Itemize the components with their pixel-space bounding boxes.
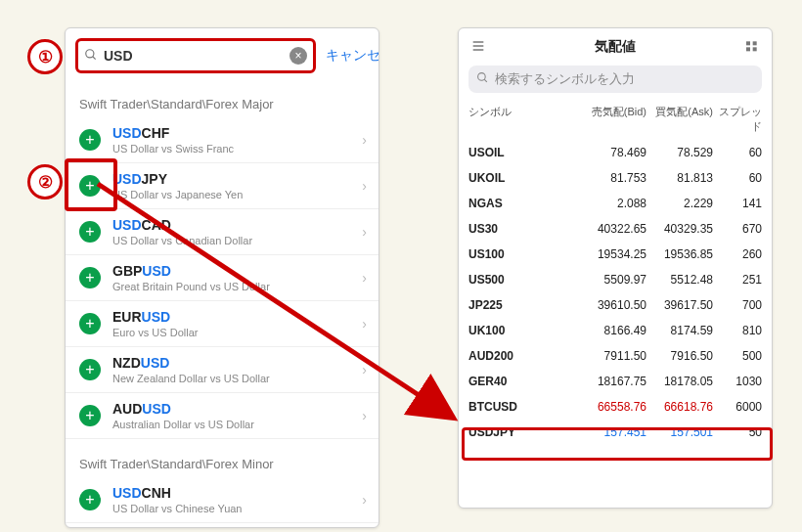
quote-symbol: JP225 (468, 298, 580, 312)
quote-row[interactable]: US5005509.975512.48251 (459, 267, 772, 292)
symbol-row[interactable]: +NZDUSDNew Zealand Dollar vs US Dollar› (66, 347, 379, 393)
symbol-search-panel: × キャンセル Swift Trader\Standard\Forex Majo… (65, 27, 379, 528)
quote-symbol: NGAS (468, 197, 580, 210)
add-symbol-icon[interactable]: + (79, 175, 101, 197)
symbol-text: AUDUSDAustralian Dollar vs US Dollar (112, 401, 254, 430)
add-symbol-icon[interactable]: + (79, 129, 101, 151)
quote-bid: 40322.65 (580, 222, 646, 236)
search-icon (84, 48, 98, 65)
chevron-right-icon: › (362, 408, 367, 423)
add-symbol-icon[interactable]: + (79, 405, 101, 426)
symbol-description: US Dollar vs Chinese Yuan (112, 503, 242, 514)
quote-row[interactable]: JP22539610.5039617.50700 (459, 292, 772, 318)
chevron-right-icon: › (362, 492, 367, 508)
quote-ask: 8174.59 (646, 324, 713, 337)
quote-ask: 39617.50 (646, 298, 713, 312)
quotes-search-input[interactable]: 検索するシンボルを入力 (468, 66, 762, 93)
callout-2: ② (27, 164, 63, 200)
chevron-right-icon: › (362, 224, 367, 240)
quote-spread: 251 (713, 273, 762, 287)
add-symbol-icon[interactable]: + (79, 489, 101, 510)
quote-bid: 78.469 (580, 146, 646, 159)
quotes-header-row: シンボル 売気配(Bid) 買気配(Ask) スプレッド (459, 97, 772, 140)
symbol-text: GBPUSDGreat Britain Pound vs US Dollar (112, 263, 270, 292)
quote-symbol: AUD200 (468, 349, 580, 363)
symbol-row[interactable]: +USDJPYUS Dollar vs Japanese Yen› (66, 163, 379, 209)
quote-bid: 39610.50 (580, 298, 646, 312)
search-input-wrapper[interactable]: × (75, 38, 316, 73)
quote-bid: 81.753 (580, 171, 646, 185)
quote-spread: 6000 (713, 400, 762, 414)
quote-row[interactable]: USDJPY157.451157.50150 (459, 420, 772, 445)
svg-rect-8 (753, 47, 757, 51)
add-symbol-icon[interactable]: + (79, 267, 101, 288)
add-symbol-icon[interactable]: + (79, 221, 101, 243)
quote-row[interactable]: BTCUSD66558.7666618.766000 (459, 394, 772, 420)
symbol-row[interactable]: +EURUSDEuro vs US Dollar› (66, 301, 379, 347)
quote-bid: 157.451 (580, 425, 646, 439)
symbol-row[interactable]: +USDCZKUS Dollar vs Czech Koruna› (66, 523, 379, 528)
quote-row[interactable]: AUD2007911.507916.50500 (459, 343, 772, 369)
search-input[interactable] (102, 47, 290, 65)
symbol-text: USDCNHUS Dollar vs Chinese Yuan (112, 485, 242, 514)
quote-symbol: BTCUSD (468, 400, 580, 414)
quote-ask: 18178.05 (646, 375, 713, 388)
add-symbol-icon[interactable]: + (79, 313, 101, 334)
quote-ask: 5512.48 (646, 273, 713, 287)
quote-ask: 66618.76 (646, 400, 713, 414)
svg-line-10 (484, 79, 487, 82)
quote-row[interactable]: GER4018167.7518178.051030 (459, 369, 772, 394)
quote-spread: 810 (713, 324, 762, 337)
quote-ask: 157.501 (646, 425, 713, 439)
svg-point-9 (478, 73, 486, 81)
quote-symbol: US30 (468, 222, 580, 236)
quote-bid: 7911.50 (580, 349, 646, 363)
quote-symbol: US100 (468, 247, 580, 261)
svg-rect-7 (746, 47, 750, 51)
symbol-description: Australian Dollar vs US Dollar (112, 419, 254, 430)
cancel-button[interactable]: キャンセル (326, 47, 379, 65)
quote-row[interactable]: USOIL78.46978.52960 (459, 140, 772, 165)
symbol-row[interactable]: +GBPUSDGreat Britain Pound vs US Dollar› (66, 255, 379, 301)
quote-row[interactable]: UKOIL81.75381.81360 (459, 165, 772, 191)
quote-symbol: GER40 (468, 375, 580, 388)
quote-symbol: USDJPY (468, 425, 580, 439)
quotes-panel: 気配値 検索するシンボルを入力 シンボル 売気配(Bid) 買気配(Ask) ス… (458, 27, 773, 509)
group-header: Swift Trader\Standard\Forex Minor (66, 439, 379, 477)
svg-rect-5 (746, 41, 750, 45)
quote-symbol: US500 (468, 273, 580, 287)
quote-row[interactable]: NGAS2.0882.229141 (459, 191, 772, 216)
symbol-row[interactable]: +AUDUSDAustralian Dollar vs US Dollar› (66, 393, 379, 439)
symbol-description: Euro vs US Dollar (112, 327, 198, 338)
quote-row[interactable]: US3040322.6540329.35670 (459, 216, 772, 242)
symbol-row[interactable]: +USDCNHUS Dollar vs Chinese Yuan› (66, 477, 379, 523)
symbol-row[interactable]: +USDCHFUS Dollar vs Swiss Franc› (66, 117, 379, 163)
svg-point-0 (86, 49, 94, 57)
quote-row[interactable]: UK1008166.498174.59810 (459, 318, 772, 343)
list-view-icon[interactable] (470, 39, 486, 56)
quote-ask: 40329.35 (646, 222, 713, 236)
quote-spread: 500 (713, 349, 762, 363)
clear-search-icon[interactable]: × (290, 47, 307, 65)
chevron-right-icon: › (362, 362, 367, 377)
quote-bid: 66558.76 (580, 400, 646, 414)
chevron-right-icon: › (362, 178, 367, 194)
col-bid: 売気配(Bid) (580, 105, 646, 134)
add-symbol-icon[interactable]: + (79, 359, 101, 380)
symbol-row[interactable]: +USDCADUS Dollar vs Canadian Dollar› (66, 209, 379, 255)
quote-spread: 260 (713, 247, 762, 261)
col-spread: スプレッド (713, 105, 762, 134)
symbol-description: US Dollar vs Japanese Yen (112, 189, 243, 200)
col-symbol: シンボル (468, 105, 580, 134)
quote-bid: 5509.97 (580, 273, 646, 287)
quote-bid: 19534.25 (580, 247, 646, 261)
chevron-right-icon: › (362, 270, 367, 286)
quote-ask: 2.229 (646, 197, 713, 210)
quotes-search-placeholder: 検索するシンボルを入力 (495, 70, 635, 88)
chevron-right-icon: › (362, 316, 367, 332)
quote-row[interactable]: US10019534.2519536.85260 (459, 242, 772, 267)
quote-symbol: UKOIL (468, 171, 580, 185)
grid-view-icon[interactable] (744, 39, 760, 56)
quote-bid: 2.088 (580, 197, 646, 210)
quote-symbol: USOIL (468, 146, 580, 159)
